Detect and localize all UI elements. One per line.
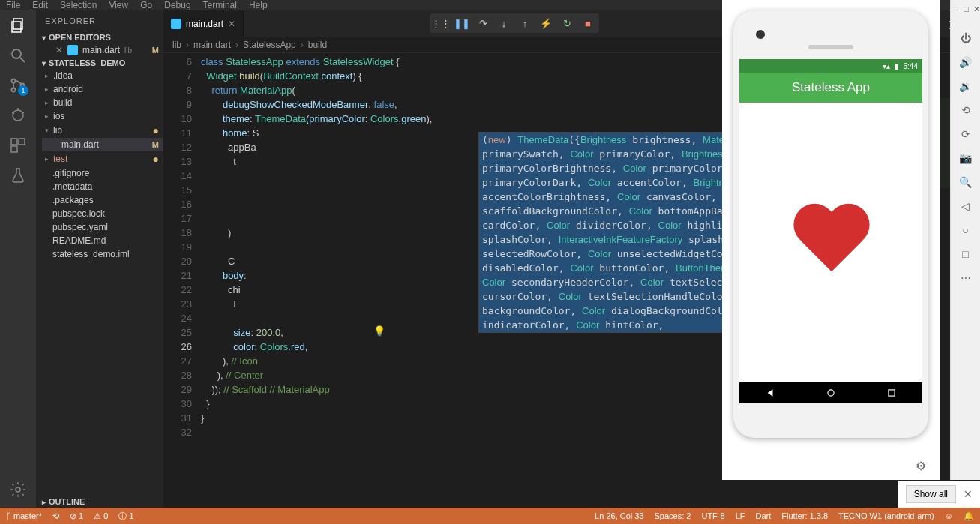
restart-icon[interactable]: ↻: [559, 15, 575, 31]
cursor-pos[interactable]: Ln 26, Col 33: [595, 511, 643, 521]
svg-point-14: [16, 487, 20, 492]
warnings-status[interactable]: ⚠ 0: [94, 511, 108, 521]
folder-.idea[interactable]: .idea: [42, 69, 163, 82]
file-pubspec.lock[interactable]: pubspec.lock: [42, 207, 163, 220]
sidebar: EXPLORER OPEN EDITORS ✕ main.dart lib M …: [36, 10, 163, 508]
zoom-icon[interactable]: 🔍: [960, 176, 972, 188]
emulator-gear-icon[interactable]: ⚙: [916, 459, 926, 473]
encoding-status[interactable]: UTF-8: [701, 511, 724, 521]
svg-point-15: [828, 390, 834, 396]
svg-rect-11: [11, 139, 17, 145]
close-notif-icon[interactable]: ✕: [964, 488, 973, 500]
phone-camera: [756, 30, 765, 39]
crumb-2[interactable]: StatelessApp: [243, 40, 296, 50]
explorer-icon[interactable]: [9, 16, 27, 34]
heart-icon: [790, 205, 872, 280]
close-window-icon[interactable]: ✕: [973, 4, 980, 14]
extensions-icon[interactable]: [9, 136, 27, 154]
power-icon[interactable]: ⏻: [960, 32, 972, 44]
crumb-0[interactable]: lib: [172, 40, 181, 50]
svg-point-5: [12, 88, 16, 92]
scm-icon[interactable]: 1: [9, 76, 27, 94]
emu-home-icon[interactable]: ○: [960, 224, 972, 236]
folder-android[interactable]: android: [42, 82, 163, 96]
file-.gitignore[interactable]: .gitignore: [42, 166, 163, 180]
branch-status[interactable]: ᚶ master*: [6, 511, 42, 520]
feedback-icon[interactable]: ☺: [945, 511, 953, 521]
volume-up-icon[interactable]: 🔊: [960, 56, 972, 68]
file-pubspec.yaml[interactable]: pubspec.yaml: [42, 220, 163, 234]
menu-edit[interactable]: Edit: [32, 0, 48, 10]
recent-button[interactable]: [886, 388, 897, 398]
emu-back-icon[interactable]: ◁: [960, 200, 972, 212]
project-section[interactable]: STATELESS_DEMO: [36, 57, 163, 69]
eol-status[interactable]: LF: [736, 511, 745, 521]
file-main.dart[interactable]: main.dartM: [42, 138, 163, 151]
crumb-1[interactable]: main.dart: [193, 40, 231, 50]
open-editors-section[interactable]: OPEN EDITORS: [36, 31, 163, 43]
minimize-icon[interactable]: —: [951, 4, 959, 14]
sync-status[interactable]: ⟲: [52, 511, 59, 521]
battery-icon: ▮: [895, 62, 899, 70]
open-editor-item[interactable]: ✕ main.dart lib M: [42, 43, 163, 57]
menu-debug[interactable]: Debug: [164, 0, 190, 10]
show-all-button[interactable]: Show all: [906, 485, 956, 503]
camera-icon[interactable]: 📷: [960, 152, 972, 164]
folder-build[interactable]: build: [42, 96, 163, 109]
emu-recent-icon[interactable]: □: [960, 248, 972, 260]
info-status[interactable]: ⓘ 1: [118, 511, 133, 522]
menu-file[interactable]: File: [6, 0, 20, 10]
maximize-icon[interactable]: □: [964, 4, 969, 14]
file-stateless_demo.iml[interactable]: stateless_demo.iml: [42, 247, 163, 261]
editor-tab[interactable]: main.dart ✕: [163, 10, 244, 37]
menu-go[interactable]: Go: [140, 0, 152, 10]
search-icon[interactable]: [9, 46, 27, 64]
folder-ios[interactable]: ios: [42, 109, 163, 123]
emu-more-icon[interactable]: ⋯: [960, 272, 972, 284]
file-.metadata[interactable]: .metadata: [42, 180, 163, 193]
pause-icon[interactable]: ❚❚: [454, 15, 470, 31]
android-statusbar: ▾▴ ▮ 5:44: [739, 59, 922, 73]
back-button[interactable]: [765, 388, 775, 398]
debug-icon[interactable]: [9, 106, 27, 124]
menu-terminal[interactable]: Terminal: [203, 0, 237, 10]
indent-status[interactable]: Spaces: 2: [655, 511, 691, 521]
menu-help[interactable]: Help: [249, 0, 268, 10]
folder-lib[interactable]: lib●: [42, 123, 163, 138]
errors-status[interactable]: ⊘ 1: [70, 511, 83, 521]
lang-status[interactable]: Dart: [755, 511, 771, 521]
phone-speaker: [808, 45, 853, 49]
step-over-icon[interactable]: ↷: [475, 15, 491, 31]
volume-down-icon[interactable]: 🔉: [960, 80, 972, 92]
step-into-icon[interactable]: ↓: [496, 15, 512, 31]
gear-icon[interactable]: [9, 481, 27, 499]
device-status[interactable]: TECNO W1 (android-arm): [838, 511, 934, 521]
clock: 5:44: [904, 62, 918, 70]
folder-test[interactable]: test●: [42, 151, 163, 166]
flask-icon[interactable]: [9, 166, 27, 184]
bell-icon[interactable]: 🔔: [964, 511, 974, 521]
file-.packages[interactable]: .packages: [42, 193, 163, 207]
phone-frame: ▾▴ ▮ 5:44 Stateless App: [733, 10, 928, 438]
hot-reload-icon[interactable]: ⚡: [538, 15, 554, 31]
flutter-status[interactable]: Flutter: 1.3.8: [781, 511, 828, 521]
crumb-3[interactable]: build: [308, 40, 327, 50]
notification-bar: Show all ✕: [898, 481, 980, 508]
menu-selection[interactable]: Selection: [60, 0, 97, 10]
stop-icon[interactable]: ■: [580, 15, 596, 31]
svg-rect-13: [11, 146, 17, 152]
rotate-left-icon[interactable]: ⟲: [960, 104, 972, 116]
home-button[interactable]: [826, 388, 836, 398]
file-README.md[interactable]: README.md: [42, 234, 163, 247]
app-body: [739, 103, 922, 382]
rotate-right-icon[interactable]: ⟳: [960, 128, 972, 140]
outline-section[interactable]: OUTLINE: [36, 496, 163, 508]
svg-point-7: [13, 110, 23, 121]
close-icon[interactable]: ✕: [228, 19, 235, 29]
svg-line-3: [20, 58, 25, 62]
phone-screen[interactable]: ▾▴ ▮ 5:44 Stateless App: [739, 59, 922, 403]
menu-view[interactable]: View: [109, 0, 128, 10]
android-navbar: [739, 382, 922, 403]
step-out-icon[interactable]: ↑: [517, 15, 533, 31]
drag-handle-icon[interactable]: ⋮⋮: [433, 15, 449, 31]
